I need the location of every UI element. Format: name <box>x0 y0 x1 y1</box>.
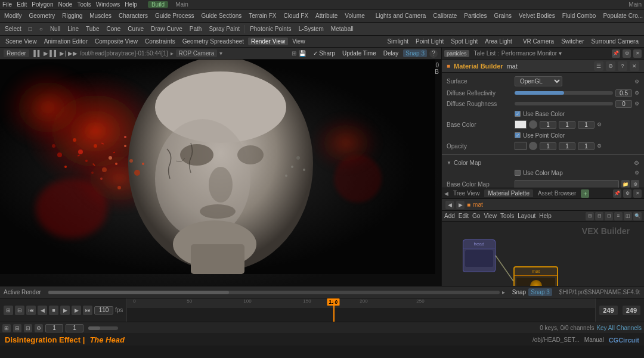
tb2-tube[interactable]: Tube <box>83 25 101 33</box>
play-slider[interactable] <box>48 291 500 294</box>
tl-rewind-btn[interactable]: ⏮ <box>26 306 36 315</box>
vex-menu-add[interactable]: Add <box>444 213 455 219</box>
tb-velvet[interactable]: Velvet Bodies <box>517 13 557 19</box>
diffuse-reflectivity-slider[interactable] <box>515 91 613 95</box>
lower-nav-back[interactable]: ◀ <box>445 201 454 209</box>
diffuse-roughness-gear[interactable]: ⚙ <box>634 101 639 107</box>
tt-animation[interactable]: Animation Editor <box>41 38 91 45</box>
lower-pin-icon[interactable]: 📌 <box>613 189 621 198</box>
bc-mini-slider[interactable] <box>88 326 118 330</box>
tb-guide-sections[interactable]: Guide Sections <box>199 13 243 19</box>
tb2-cone[interactable]: Cone <box>104 25 123 33</box>
lower-add-button[interactable]: + <box>581 189 589 198</box>
tb-attribute[interactable]: Attribute <box>314 13 339 19</box>
tl-end-btn[interactable]: ⏭ <box>83 306 92 315</box>
vex-tb-5[interactable]: ◫ <box>624 212 632 220</box>
diffuse-roughness-input[interactable] <box>615 100 632 108</box>
tl-stop-btn[interactable]: ■ <box>49 306 58 315</box>
vex-menu-view[interactable]: View <box>484 213 497 219</box>
use-color-map-gear[interactable]: ⚙ <box>634 170 639 176</box>
tb2-spray[interactable]: Spray Paint <box>206 25 242 33</box>
menu-node[interactable]: Node <box>58 1 73 8</box>
base-color-gear[interactable]: ⚙ <box>597 122 602 127</box>
bc-key-btn[interactable]: ⊞ <box>2 324 11 332</box>
tb2-select[interactable]: Select <box>2 25 24 33</box>
tl-prev-btn[interactable]: ◀ <box>38 306 47 315</box>
opacity-icon[interactable] <box>529 142 537 150</box>
base-color-b[interactable] <box>578 121 595 129</box>
camera-selector[interactable]: ROP Camera <box>176 49 218 57</box>
vex-tb-6[interactable]: 🔍 <box>633 212 642 220</box>
tb-cloud[interactable]: Cloud FX <box>281 13 310 19</box>
use-color-map-checkbox[interactable] <box>515 170 521 176</box>
tt-render-view[interactable]: Render View <box>248 38 288 45</box>
material-palette-tab[interactable]: Material Palette <box>484 189 532 197</box>
render-button[interactable]: Render <box>4 49 29 57</box>
asset-browser-tab[interactable]: Asset Browser <box>534 189 580 197</box>
panel-gear-icon[interactable]: ⚙ <box>623 49 631 58</box>
menu-polygon[interactable]: Polygon <box>32 1 53 8</box>
bc-input-2[interactable] <box>66 324 83 332</box>
tb-grains[interactable]: Grains <box>493 13 513 19</box>
base-color-swatch[interactable] <box>515 120 527 129</box>
tl-play-btn[interactable]: ▶ <box>60 306 70 315</box>
opacity-b[interactable] <box>578 142 595 150</box>
surface-gear[interactable]: ⚙ <box>634 79 639 85</box>
vex-node-head[interactable]: head <box>463 239 496 272</box>
tt-view[interactable]: View <box>289 38 308 45</box>
tb-lights[interactable]: Lights and Camera <box>374 13 428 19</box>
tb2-circle[interactable]: ○ <box>37 25 45 33</box>
lower-gear-icon[interactable]: ⚙ <box>623 189 631 198</box>
mat-list-icon[interactable]: ☰ <box>594 61 603 71</box>
tt-area-light[interactable]: Area Light <box>482 38 515 45</box>
vex-tb-3[interactable]: ⊡ <box>605 212 613 220</box>
tt-spreadsheet[interactable]: Geometry Spreadsheet <box>179 38 247 45</box>
use-point-color-checkbox[interactable]: ✓ <box>515 132 521 138</box>
menu-file[interactable]: File <box>2 1 12 8</box>
vex-menu-edit[interactable]: Edit <box>459 213 469 219</box>
base-color-map-folder[interactable]: 📁 <box>621 180 630 188</box>
tb2-curve[interactable]: Curve <box>125 25 146 33</box>
tl-key-btn[interactable]: ⊞ <box>4 306 13 315</box>
tt-point-light[interactable]: Point Light <box>413 38 447 45</box>
surface-dropdown[interactable]: OpenGL <box>515 76 562 86</box>
diffuse-reflectivity-input[interactable] <box>615 89 632 97</box>
base-color-icon[interactable] <box>529 120 537 129</box>
tb-rigging[interactable]: Rigging <box>60 13 84 19</box>
tt-simlight[interactable]: Simlight <box>384 38 411 45</box>
base-color-r[interactable] <box>540 121 556 129</box>
opacity-g[interactable] <box>559 142 575 150</box>
tree-view-tab[interactable]: Tree View <box>450 189 483 197</box>
tb-terrain[interactable]: Terrain FX <box>247 13 278 19</box>
bc-key2-btn[interactable]: ⊟ <box>13 324 21 332</box>
flip-icon[interactable]: ⊞ <box>292 50 296 57</box>
base-color-map-gear[interactable]: ⚙ <box>631 180 639 188</box>
play-expand-btn[interactable]: ▸ <box>502 289 505 295</box>
vex-menu-help[interactable]: Help <box>539 213 552 219</box>
mat-help-icon[interactable]: ? <box>618 61 627 71</box>
tb-muscles[interactable]: Muscles <box>88 13 113 19</box>
base-color-map-input[interactable] <box>515 180 619 188</box>
menu-help[interactable]: Help <box>125 1 137 8</box>
mat-close-icon[interactable]: ✕ <box>630 61 639 71</box>
tb-populate[interactable]: Populate Cro... <box>601 13 644 19</box>
vex-tb-4[interactable]: ≡ <box>614 212 623 220</box>
tt-scene-view[interactable]: Scene View <box>2 38 40 45</box>
tt-composite[interactable]: Composite View <box>92 38 141 45</box>
particles-tab-label[interactable]: particles <box>444 50 469 57</box>
tb-calibrate[interactable]: Calibrate <box>431 13 459 19</box>
tl-back-btn[interactable]: ⊟ <box>15 306 24 315</box>
tb2-photonic[interactable]: Photonic Points <box>247 25 294 33</box>
tl-next-btn[interactable]: ▶ <box>72 306 81 315</box>
tb-volume[interactable]: Volume <box>343 13 366 19</box>
tt-vr-camera[interactable]: VR Camera <box>520 38 557 45</box>
tb2-path[interactable]: Path <box>187 25 205 33</box>
color-map-section-header[interactable]: ▼ Color Map ⚙ <box>442 157 644 168</box>
tb-characters[interactable]: Characters <box>117 13 150 19</box>
tb-fluid-combo[interactable]: Fluid Combo <box>561 13 598 19</box>
tb-guide-process[interactable]: Guide Process <box>153 13 196 19</box>
tt-surround[interactable]: Surround Camera <box>589 38 642 45</box>
lower-nav-forward[interactable]: ▶ <box>456 201 465 209</box>
diffuse-roughness-slider[interactable] <box>515 102 613 105</box>
bc-snap-btn[interactable]: ⊡ <box>24 324 32 332</box>
